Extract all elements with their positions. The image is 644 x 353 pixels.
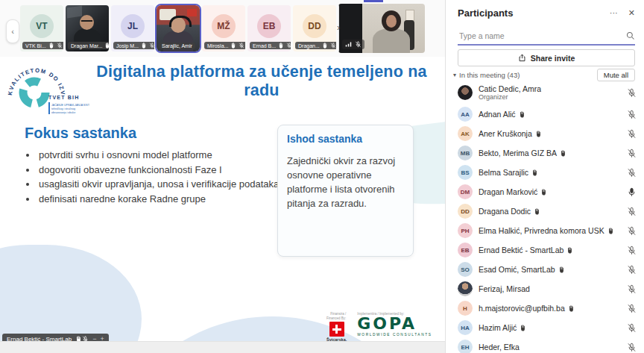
participant-row[interactable]: Catic Dedic, AmraOrganizer bbox=[458, 81, 637, 104]
participant-row[interactable]: EBErnad Bektić - SmartLab bbox=[458, 240, 637, 260]
tile-participant-name: Sarajlic, Amir bbox=[162, 43, 192, 49]
video-tile-dragan[interactable]: DDDragan... bbox=[293, 5, 336, 51]
avatar-initials: VT bbox=[30, 14, 54, 38]
mic-icon[interactable] bbox=[627, 187, 637, 197]
video-tile-7[interactable] bbox=[338, 4, 425, 53]
muted-mic-icon[interactable] bbox=[627, 284, 637, 294]
participant-name: Bekto, Merima GIZ BA bbox=[479, 149, 566, 157]
avatar-initials: DD bbox=[458, 204, 473, 219]
raised-hand-icon bbox=[519, 111, 525, 118]
slide-title: Digitalna platforma za učenje temeljeno … bbox=[83, 63, 440, 100]
muted-mic-icon[interactable] bbox=[627, 207, 637, 216]
share-invite-button[interactable]: Share invite bbox=[458, 49, 635, 66]
participant-row[interactable]: AKAner Kruškonja bbox=[458, 124, 637, 143]
raised-hand-icon bbox=[535, 131, 542, 137]
video-tile-vtk-bi[interactable]: VTVTK Bi... bbox=[20, 5, 63, 51]
avatar-initials: EB bbox=[458, 243, 473, 257]
muted-mic-icon[interactable] bbox=[627, 129, 637, 139]
presenter-status-icons bbox=[75, 336, 89, 342]
muted-mic-icon[interactable] bbox=[627, 246, 637, 255]
search-icon bbox=[626, 31, 635, 40]
tile-name-tag: Josip M... bbox=[113, 42, 154, 49]
participant-row[interactable]: PHElma Halkić, Privredna komora USK bbox=[458, 221, 637, 240]
participant-row[interactable]: HAHazim Aljić bbox=[458, 318, 637, 337]
participant-row[interactable]: MBBekto, Merima GIZ BA bbox=[458, 143, 637, 163]
muted-mic-icon[interactable] bbox=[627, 265, 637, 275]
zoom-out-button[interactable]: − bbox=[92, 335, 96, 341]
mute-all-button[interactable]: Mute all bbox=[597, 69, 635, 81]
svg-text:obrazovanja i obuke: obrazovanja i obuke bbox=[51, 111, 75, 114]
raised-hand-icon bbox=[531, 169, 538, 176]
swiss-flag-icon bbox=[329, 322, 344, 337]
participant-role: Organizer bbox=[479, 93, 541, 101]
participant-name: Dragana Dodic bbox=[479, 207, 540, 216]
muted-mic-icon[interactable] bbox=[627, 226, 637, 236]
muted-mic-icon[interactable] bbox=[627, 110, 637, 119]
zoom-in-button[interactable]: + bbox=[100, 335, 104, 341]
muted-mic-icon[interactable] bbox=[627, 88, 637, 98]
close-icon[interactable]: ✕ bbox=[628, 9, 635, 17]
video-tile-josip-m[interactable]: JLJosip M... bbox=[111, 5, 154, 51]
muted-mic-icon bbox=[330, 43, 336, 49]
tvet-bih-logo: KVALITETOM DO IZVRSNOSTI TVET BIH JAČANJ… bbox=[6, 58, 89, 128]
filmstrip-prev-button[interactable]: ‹ bbox=[6, 19, 19, 43]
participant-row[interactable]: EHHeder, Efka bbox=[458, 337, 637, 353]
avatar-initials: EH bbox=[458, 340, 473, 353]
focus-bullet: definisati naredne korake Radne grupe bbox=[37, 192, 283, 207]
tile-name-tag: Dragan... bbox=[295, 42, 336, 49]
chevron-down-icon[interactable]: ▾ bbox=[453, 72, 456, 78]
participant-row[interactable]: Hh.majstorovic@upfbih.ba bbox=[458, 299, 637, 318]
participants-panel-header: Participants ··· ✕ bbox=[458, 7, 635, 19]
participants-title: Participants bbox=[458, 7, 513, 19]
participant-row[interactable]: BSBelma Sarajlic bbox=[458, 163, 637, 182]
participant-name: Aner Kruškonja bbox=[479, 129, 542, 138]
tile-name-tag: Sarajlic, Amir bbox=[159, 43, 195, 49]
participant-list: Catic Dedic, AmraOrganizer AAAdnan Alić … bbox=[458, 81, 637, 353]
muted-mic-icon[interactable] bbox=[627, 343, 637, 352]
participant-row[interactable]: Ferizaj, Mirsad bbox=[458, 279, 637, 299]
video-tile-sarajlic-amir[interactable]: Sarajlic, Amir bbox=[157, 5, 200, 51]
participant-row[interactable]: DMDragan Marković bbox=[458, 182, 637, 202]
muted-mic-icon[interactable] bbox=[627, 304, 637, 313]
tile-participant-name: Ernad B... bbox=[253, 43, 276, 49]
raised-hand-icon bbox=[540, 189, 547, 196]
top-accent-indicator bbox=[364, 0, 383, 2]
avatar bbox=[458, 85, 473, 100]
tile-participant-name: Dragan... bbox=[298, 43, 320, 49]
participant-row[interactable]: SOEsad Omić, SmartLab bbox=[458, 260, 637, 279]
raised-hand-icon bbox=[141, 43, 147, 49]
avatar-initials: DD bbox=[303, 14, 326, 38]
shared-slide: KVALITETOM DO IZVRSNOSTI TVET BIH JAČANJ… bbox=[0, 57, 445, 341]
focus-bullet: dogovoriti obavezne funkcionalnosti Faze… bbox=[37, 163, 283, 178]
muted-mic-icon[interactable] bbox=[627, 323, 637, 333]
focus-bullet: potvrditi svrhu i osnovni model platform… bbox=[37, 148, 283, 163]
muted-mic-icon[interactable] bbox=[627, 168, 637, 178]
participant-row[interactable]: DDDragana Dodic bbox=[458, 202, 637, 221]
decorative-blob bbox=[0, 245, 142, 341]
avatar-initials: EB bbox=[257, 14, 281, 38]
video-tile-dragan-mar[interactable]: Dragan Mar... bbox=[66, 5, 109, 51]
svg-text:KVALITETOM DO IZVRSNOSTI: KVALITETOM DO IZVRSNOSTI bbox=[6, 58, 66, 96]
avatar-initials: JL bbox=[121, 14, 145, 38]
slide-footer-logos: Finansira / Financed By: Švicarska. Impl… bbox=[326, 312, 432, 341]
share-icon bbox=[518, 54, 526, 62]
in-meeting-label: In this meeting (43) bbox=[459, 71, 520, 79]
participant-name: Ernad Bektić - SmartLab bbox=[479, 246, 573, 254]
presenter-name: Ernad Bektić - SmartLab bbox=[7, 336, 72, 342]
search-input[interactable] bbox=[458, 31, 626, 41]
muted-mic-icon[interactable] bbox=[627, 149, 637, 158]
financed-by-label: Finansira / Financed By: bbox=[326, 312, 346, 320]
participant-row[interactable]: AAAdnan Alić bbox=[458, 104, 637, 124]
video-tile-ernad-b[interactable]: EBErnad B... bbox=[247, 5, 291, 51]
raised-hand-icon bbox=[75, 336, 82, 342]
video-tile-mirosla[interactable]: MŽMirosla... bbox=[202, 5, 245, 51]
svg-text:tehničkog i stručnog: tehničkog i stručnog bbox=[51, 107, 75, 110]
in-meeting-section: ▾ In this meeting (43) Mute all bbox=[453, 69, 635, 81]
bottom-strip bbox=[0, 341, 445, 353]
logo-gear-shape bbox=[23, 81, 45, 104]
raised-hand-icon bbox=[534, 208, 540, 215]
filmstrip-next-button[interactable]: › bbox=[337, 22, 340, 33]
muted-mic-icon bbox=[355, 41, 362, 48]
more-options-icon[interactable]: ··· bbox=[610, 9, 618, 17]
muted-mic-icon bbox=[82, 336, 89, 342]
